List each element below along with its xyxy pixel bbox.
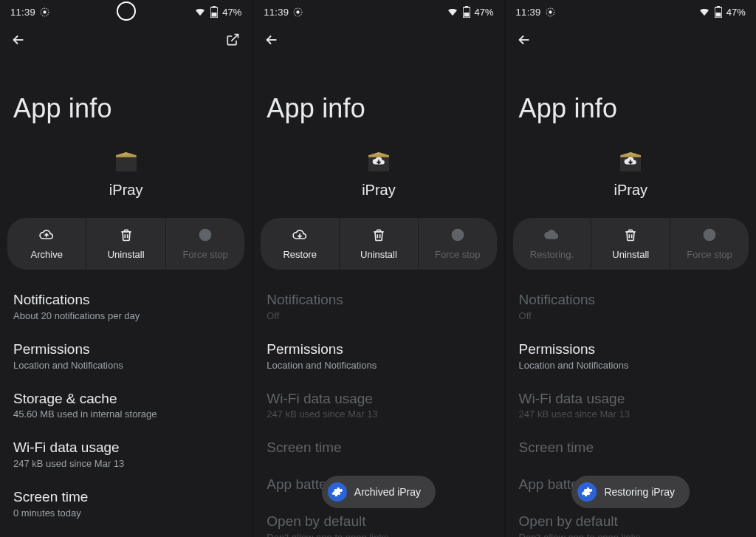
battery-icon bbox=[715, 6, 722, 18]
svg-point-15 bbox=[549, 10, 551, 13]
setting-title: Wi-Fi data usage bbox=[267, 390, 490, 408]
app-header: iPray bbox=[506, 146, 756, 199]
back-icon bbox=[516, 32, 532, 48]
archive-button[interactable]: Archive bbox=[7, 218, 86, 270]
storage-item[interactable]: Storage & cache 45.60 MB used in interna… bbox=[0, 380, 252, 430]
trash-icon bbox=[371, 228, 386, 244]
screen-time-item: Screen time bbox=[253, 429, 504, 466]
toast-gear-icon bbox=[328, 482, 347, 502]
battery-icon bbox=[210, 6, 218, 18]
wifi-icon bbox=[698, 6, 710, 18]
restoring-button: Restoring. bbox=[513, 218, 591, 270]
setting-title: Permissions bbox=[519, 341, 743, 358]
app-header: iPray bbox=[0, 146, 252, 199]
record-icon bbox=[293, 7, 303, 17]
back-button[interactable] bbox=[264, 32, 280, 48]
toast-gear-icon bbox=[577, 482, 597, 502]
cloud-down-icon bbox=[291, 228, 309, 244]
setting-subtitle: Don't allow app to open links bbox=[267, 532, 490, 538]
setting-title: Notifications bbox=[267, 291, 490, 309]
notifications-item: Notifications Off bbox=[253, 281, 504, 331]
toast-text: Archived iPray bbox=[354, 486, 421, 498]
setting-subtitle: Off bbox=[519, 310, 743, 321]
permissions-item[interactable]: Permissions Location and Notifications bbox=[506, 331, 756, 380]
uninstall-button[interactable]: Uninstall bbox=[591, 218, 670, 270]
setting-subtitle: 0 minutes today bbox=[13, 507, 238, 519]
svg-point-1 bbox=[43, 10, 46, 13]
app-header: iPray bbox=[253, 146, 504, 199]
info-icon bbox=[450, 228, 465, 244]
page-title: App info bbox=[267, 93, 504, 124]
svg-point-13 bbox=[457, 237, 458, 239]
cloud-down-icon bbox=[543, 228, 560, 244]
setting-title: Screen time bbox=[519, 439, 743, 456]
setting-title: Permissions bbox=[13, 341, 238, 358]
action-label: Restore bbox=[283, 249, 317, 260]
battery-icon bbox=[463, 6, 470, 18]
nav-bar bbox=[253, 24, 504, 56]
permissions-item[interactable]: Permissions Location and Notifications bbox=[0, 331, 252, 380]
setting-title: Wi-Fi data usage bbox=[13, 439, 238, 456]
wifi-usage-item: Wi-Fi data usage 247 kB used since Mar 1… bbox=[506, 380, 756, 430]
permissions-item[interactable]: Permissions Location and Notifications bbox=[253, 331, 504, 380]
page-title: App info bbox=[13, 93, 252, 124]
setting-subtitle: 247 kB used since Mar 13 bbox=[13, 458, 238, 469]
info-icon bbox=[702, 228, 717, 244]
uninstall-button[interactable]: Uninstall bbox=[340, 218, 418, 270]
setting-subtitle: Location and Notifications bbox=[267, 360, 490, 371]
wifi-usage-item: Wi-Fi data usage 247 kB used since Mar 1… bbox=[253, 380, 504, 430]
app-name: iPray bbox=[362, 182, 396, 199]
open-in-new-icon bbox=[225, 33, 240, 47]
screen-time-item[interactable]: Screen time 0 minutes today bbox=[0, 479, 252, 528]
status-time: 11:39 bbox=[516, 7, 541, 18]
notifications-item[interactable]: Notifications About 20 notifications per… bbox=[0, 281, 252, 331]
setting-title: Notifications bbox=[519, 291, 743, 309]
action-label: Uninstall bbox=[360, 249, 397, 260]
action-label: Restoring. bbox=[530, 249, 574, 260]
setting-title: Screen time bbox=[267, 439, 490, 456]
setting-subtitle: Don't allow app to open links bbox=[519, 532, 743, 538]
svg-point-8 bbox=[297, 10, 300, 13]
record-icon bbox=[40, 7, 49, 17]
setting-subtitle: 247 kB used since Mar 13 bbox=[519, 408, 743, 420]
setting-title: Open by default bbox=[267, 513, 490, 530]
app-info-archive: 11:39 47% App info iPray Archive bbox=[0, 0, 252, 537]
back-button[interactable] bbox=[10, 32, 27, 48]
setting-title: Screen time bbox=[13, 488, 238, 506]
setting-subtitle: 45.60 MB used in internal storage bbox=[13, 408, 238, 420]
back-button[interactable] bbox=[516, 32, 532, 48]
wifi-icon bbox=[194, 6, 206, 18]
cloud-up-icon bbox=[38, 228, 55, 244]
restoring-toast: Restoring iPray bbox=[571, 476, 690, 508]
action-label: Uninstall bbox=[108, 249, 145, 260]
status-bar: 11:39 47% bbox=[253, 0, 504, 24]
notifications-item: Notifications Off bbox=[506, 281, 756, 331]
app-icon bbox=[364, 146, 394, 176]
action-row: Archive Uninstall Force stop bbox=[7, 218, 244, 270]
settings-list: Notifications About 20 notifications per… bbox=[0, 281, 252, 528]
status-time: 11:39 bbox=[264, 7, 289, 18]
action-label: Force stop bbox=[687, 249, 732, 260]
restore-button[interactable]: Restore bbox=[261, 218, 339, 270]
action-row: Restore Uninstall Force stop bbox=[261, 218, 496, 270]
action-label: Force stop bbox=[182, 249, 227, 260]
back-icon bbox=[264, 32, 280, 48]
setting-subtitle: Location and Notifications bbox=[13, 360, 238, 371]
page-title: App info bbox=[519, 93, 756, 124]
open-in-new-button[interactable] bbox=[225, 33, 240, 47]
info-icon bbox=[198, 228, 213, 244]
app-icon bbox=[616, 146, 645, 176]
wifi-usage-item[interactable]: Wi-Fi data usage 247 kB used since Mar 1… bbox=[0, 429, 252, 479]
uninstall-button[interactable]: Uninstall bbox=[86, 218, 165, 270]
app-info-restoring: 11:39 47% App info iPray bbox=[504, 0, 756, 537]
setting-title: Open by default bbox=[519, 513, 743, 530]
setting-subtitle: Off bbox=[267, 310, 490, 321]
svg-point-20 bbox=[709, 237, 710, 239]
setting-subtitle: About 20 notifications per day bbox=[13, 310, 238, 321]
screen-time-item: Screen time bbox=[506, 429, 756, 466]
status-time: 11:39 bbox=[10, 7, 35, 18]
app-icon bbox=[111, 146, 141, 176]
svg-rect-4 bbox=[212, 13, 217, 17]
status-bar: 11:39 47% bbox=[506, 0, 756, 24]
force-stop-button: Force stop bbox=[419, 218, 497, 270]
